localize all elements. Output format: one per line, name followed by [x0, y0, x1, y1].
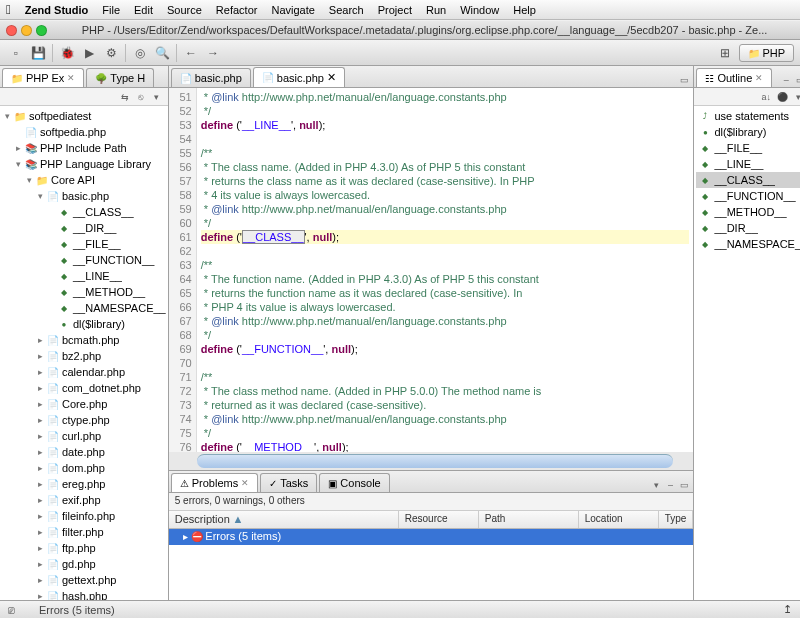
- view-menu-icon[interactable]: ▾: [150, 90, 164, 104]
- tree-node[interactable]: ◆__DIR__: [2, 220, 166, 236]
- outline-item[interactable]: ◆__LINE__: [696, 156, 800, 172]
- col-resource[interactable]: Resource: [399, 511, 479, 528]
- outline-item[interactable]: ◆__FUNCTION__: [696, 188, 800, 204]
- collapse-all-icon[interactable]: ⇆: [118, 90, 132, 104]
- outline-item[interactable]: ⤴use statements: [696, 108, 800, 124]
- tree-node[interactable]: ▸📚PHP Include Path: [2, 140, 166, 156]
- menu-window[interactable]: Window: [460, 4, 499, 16]
- close-icon[interactable]: ✕: [327, 71, 336, 84]
- menu-search[interactable]: Search: [329, 4, 364, 16]
- outline-list[interactable]: ⤴use statements●dl($library)◆__FILE__◆__…: [694, 106, 800, 600]
- menu-run[interactable]: Run: [426, 4, 446, 16]
- outline-item[interactable]: ◆__DIR__: [696, 220, 800, 236]
- tree-node[interactable]: ▸📄Core.php: [2, 396, 166, 412]
- debug-button[interactable]: 🐞: [57, 43, 77, 63]
- new-button[interactable]: ▫: [6, 43, 26, 63]
- tree-node[interactable]: 📄softpedia.php: [2, 124, 166, 140]
- tree-node[interactable]: ◆__METHOD__: [2, 284, 166, 300]
- search-button[interactable]: 🔍: [152, 43, 172, 63]
- tree-node[interactable]: ▸📄com_dotnet.php: [2, 380, 166, 396]
- editor-tab-1[interactable]: 📄 basic.php ✕: [253, 67, 345, 87]
- close-icon[interactable]: ✕: [241, 478, 249, 488]
- tree-node[interactable]: ▸📄calendar.php: [2, 364, 166, 380]
- maximize-view-icon[interactable]: ▭: [793, 73, 800, 87]
- tree-node[interactable]: ▸📄exif.php: [2, 492, 166, 508]
- php-explorer-tab[interactable]: 📁 PHP Ex ✕: [2, 68, 84, 87]
- problems-tab[interactable]: ⚠ Problems ✕: [171, 473, 258, 492]
- nav-fwd-button[interactable]: →: [203, 43, 223, 63]
- php-explorer-tree[interactable]: ▾📁softpediatest📄softpedia.php▸📚PHP Inclu…: [0, 106, 168, 600]
- run-button[interactable]: ▶: [79, 43, 99, 63]
- menu-source[interactable]: Source: [167, 4, 202, 16]
- tree-node[interactable]: ▸📄gettext.php: [2, 572, 166, 588]
- col-type[interactable]: Type: [659, 511, 694, 528]
- tree-node[interactable]: ▸📄filter.php: [2, 524, 166, 540]
- tasks-tab[interactable]: ✓ Tasks: [260, 473, 317, 492]
- console-tab[interactable]: ▣ Console: [319, 473, 389, 492]
- tree-node[interactable]: ▾📄basic.php: [2, 188, 166, 204]
- tree-node[interactable]: ▾📁Core API: [2, 172, 166, 188]
- col-description[interactable]: Description ▲: [169, 511, 399, 528]
- tree-node[interactable]: ▸📄bz2.php: [2, 348, 166, 364]
- minimize-view-icon[interactable]: –: [663, 478, 677, 492]
- menu-navigate[interactable]: Navigate: [271, 4, 314, 16]
- outline-item[interactable]: ◆__METHOD__: [696, 204, 800, 220]
- close-icon[interactable]: ✕: [755, 73, 763, 83]
- tree-node[interactable]: ▸📄date.php: [2, 444, 166, 460]
- tree-node[interactable]: ▸📄ereg.php: [2, 476, 166, 492]
- tree-node[interactable]: ▸📄dom.php: [2, 460, 166, 476]
- problems-table-body[interactable]: ▸ ⛔ Errors (5 items): [169, 529, 694, 600]
- outline-item[interactable]: ◆__FILE__: [696, 140, 800, 156]
- tree-node[interactable]: ▸📄gd.php: [2, 556, 166, 572]
- minimize-window-button[interactable]: [21, 25, 32, 36]
- editor-tab-0[interactable]: 📄 basic.php: [171, 68, 251, 87]
- tree-node[interactable]: ▸📄ftp.php: [2, 540, 166, 556]
- outline-item[interactable]: ◆__NAMESPACE__: [696, 236, 800, 252]
- maximize-editor-icon[interactable]: ▭: [677, 73, 691, 87]
- tree-node[interactable]: ●dl($library): [2, 316, 166, 332]
- editor-horizontal-scrollbar[interactable]: [197, 454, 674, 468]
- zoom-window-button[interactable]: [36, 25, 47, 36]
- status-progress-icon[interactable]: ↥: [783, 603, 792, 616]
- apple-menu[interactable]: : [6, 2, 11, 17]
- col-location[interactable]: Location: [579, 511, 659, 528]
- tree-node[interactable]: ◆__LINE__: [2, 268, 166, 284]
- outline-tab[interactable]: ☷ Outline ✕: [696, 68, 772, 87]
- tree-node[interactable]: ◆__FUNCTION__: [2, 252, 166, 268]
- tree-node[interactable]: ▾📁softpediatest: [2, 108, 166, 124]
- tree-node[interactable]: ▸📄bcmath.php: [2, 332, 166, 348]
- link-editor-icon[interactable]: ⎋: [134, 90, 148, 104]
- code-area[interactable]: * @link http://www.php.net/manual/en/lan…: [197, 88, 694, 452]
- view-menu-icon[interactable]: ▾: [791, 90, 800, 104]
- nav-back-button[interactable]: ←: [181, 43, 201, 63]
- save-button[interactable]: 💾: [28, 43, 48, 63]
- sort-icon[interactable]: a↓: [759, 90, 773, 104]
- tree-node[interactable]: ▸📄fileinfo.php: [2, 508, 166, 524]
- menu-project[interactable]: Project: [378, 4, 412, 16]
- close-icon[interactable]: ✕: [67, 73, 75, 83]
- minimize-view-icon[interactable]: –: [779, 73, 793, 87]
- menu-file[interactable]: File: [102, 4, 120, 16]
- filter-icon[interactable]: ⚫: [775, 90, 789, 104]
- ext-tools-button[interactable]: ⚙: [101, 43, 121, 63]
- tree-node[interactable]: ▸📄hash.php: [2, 588, 166, 600]
- open-perspective-button[interactable]: ⊞: [715, 43, 735, 63]
- code-editor[interactable]: 51 52 53 54 55 56 57 58 59 60 61 62 63 6…: [169, 88, 694, 452]
- tree-node[interactable]: ◆__NAMESPACE__: [2, 300, 166, 316]
- menu-help[interactable]: Help: [513, 4, 536, 16]
- tree-node[interactable]: ▾📚PHP Language Library: [2, 156, 166, 172]
- app-name[interactable]: Zend Studio: [25, 4, 89, 16]
- menu-edit[interactable]: Edit: [134, 4, 153, 16]
- tree-node[interactable]: ▸📄ctype.php: [2, 412, 166, 428]
- outline-item[interactable]: ◆__CLASS__: [696, 172, 800, 188]
- menu-refactor[interactable]: Refactor: [216, 4, 258, 16]
- maximize-view-icon[interactable]: ▭: [677, 478, 691, 492]
- view-menu-icon[interactable]: ▾: [649, 478, 663, 492]
- outline-item[interactable]: ●dl($library): [696, 124, 800, 140]
- problems-error-group[interactable]: ▸ ⛔ Errors (5 items): [169, 529, 694, 545]
- type-hierarchy-tab[interactable]: 🌳 Type H: [86, 68, 154, 87]
- tree-node[interactable]: ▸📄curl.php: [2, 428, 166, 444]
- close-window-button[interactable]: [6, 25, 17, 36]
- php-perspective-button[interactable]: 📁 PHP: [739, 44, 794, 62]
- tree-node[interactable]: ◆__FILE__: [2, 236, 166, 252]
